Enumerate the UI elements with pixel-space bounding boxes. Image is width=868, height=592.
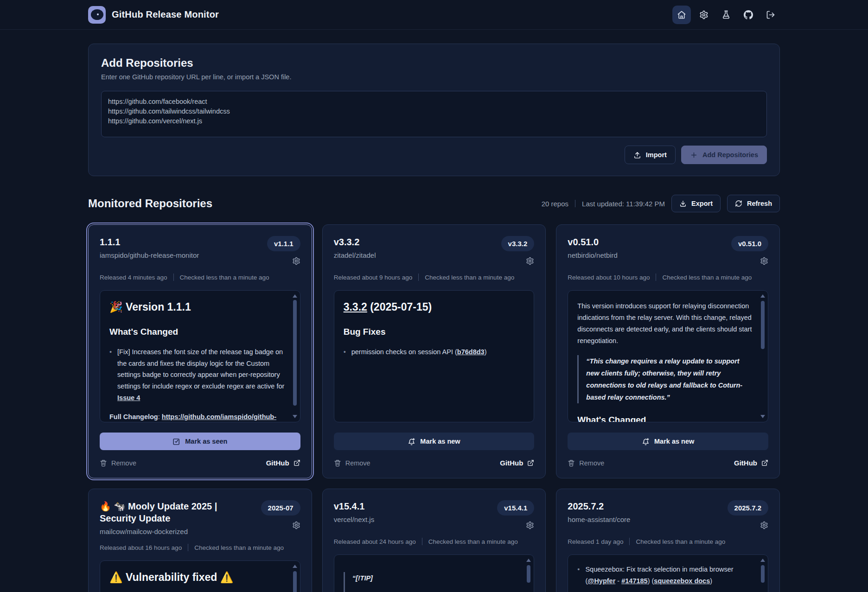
- nav-home-button[interactable]: [672, 6, 691, 24]
- github-link-label: GitHub: [500, 459, 523, 467]
- remove-label: Remove: [111, 459, 136, 467]
- scroll-up-icon[interactable]: [526, 559, 531, 562]
- bell-plus-icon: [642, 438, 650, 446]
- mark-button[interactable]: Mark as new: [568, 433, 768, 450]
- gear-icon: [526, 521, 534, 529]
- export-label: Export: [691, 200, 713, 207]
- remove-button[interactable]: Remove: [568, 459, 604, 467]
- repo-settings-button[interactable]: [760, 257, 768, 265]
- mark-button-label: Mark as new: [420, 438, 460, 445]
- repo-settings-button[interactable]: [526, 521, 534, 529]
- repo-settings-button[interactable]: [526, 257, 534, 265]
- divider: [575, 200, 575, 207]
- remove-label: Remove: [579, 459, 604, 467]
- release-title: 2025.7.2: [568, 500, 630, 512]
- refresh-icon: [735, 200, 742, 207]
- scroll-down-icon[interactable]: [293, 415, 297, 418]
- nav-icon-bar: [672, 6, 780, 24]
- github-link[interactable]: GitHub: [734, 459, 768, 467]
- github-link[interactable]: GitHub: [266, 459, 300, 467]
- add-repositories-title: Add Repositories: [101, 57, 767, 70]
- released-time: Released 1 day ago: [568, 538, 623, 545]
- github-link[interactable]: GitHub: [500, 459, 534, 467]
- repo-count: 20 repos: [542, 200, 568, 208]
- version-badge: 2025.7.2: [728, 500, 768, 516]
- notes-scrollbar[interactable]: [526, 559, 531, 592]
- inline-link[interactable]: https://github.com/iamspido/github-: [162, 413, 276, 420]
- github-icon: [744, 10, 753, 19]
- gear-icon: [760, 521, 768, 529]
- released-time: Released 4 minutes ago: [100, 274, 167, 281]
- release-title: v15.4.1: [334, 500, 375, 512]
- notes-block: This version introduces support for rela…: [577, 300, 754, 347]
- check-square-icon: [172, 438, 180, 446]
- import-button[interactable]: Import: [625, 146, 676, 164]
- mark-button[interactable]: Mark as new: [334, 433, 535, 450]
- repo-settings-button[interactable]: [292, 521, 300, 529]
- scroll-up-icon[interactable]: [293, 294, 297, 298]
- gear-icon: [699, 10, 708, 19]
- nav-settings-button[interactable]: [695, 6, 713, 24]
- scrollbar-thumb[interactable]: [293, 300, 297, 406]
- nav-logout-button[interactable]: [761, 6, 780, 24]
- logout-icon: [766, 10, 775, 19]
- inline-link[interactable]: 3.3.2: [344, 301, 367, 313]
- notes-scrollbar[interactable]: [292, 565, 298, 592]
- repo-name: vercel/next.js: [334, 516, 375, 523]
- mark-button[interactable]: Mark as seen: [100, 433, 300, 450]
- repository-urls-input[interactable]: https://github.com/facebook/react https:…: [101, 91, 767, 137]
- release-notes[interactable]: “[!TIP]Check out our Next v15.4 Blog Pos…: [334, 554, 535, 592]
- external-link-icon: [294, 459, 300, 466]
- plus-icon: [690, 151, 698, 159]
- notes-scrollbar[interactable]: [760, 559, 766, 592]
- nav-github-button[interactable]: [739, 6, 758, 24]
- scroll-down-icon[interactable]: [760, 415, 765, 418]
- divider: [418, 274, 419, 281]
- add-repositories-button[interactable]: Add Repositories: [681, 146, 767, 164]
- checked-time: Checked less than a minute ago: [180, 274, 269, 281]
- inline-link[interactable]: squeezebox docs: [654, 577, 710, 585]
- repo-settings-button[interactable]: [760, 521, 768, 529]
- inline-link[interactable]: #147185: [621, 577, 647, 585]
- release-notes-content: “[!TIP]Check out our Next v15.4 Blog Pos…: [344, 572, 520, 592]
- release-notes[interactable]: This version introduces support for rela…: [568, 290, 768, 422]
- notes-scrollbar[interactable]: [292, 294, 298, 418]
- nav-test-button[interactable]: [717, 6, 735, 24]
- remove-button[interactable]: Remove: [334, 459, 370, 467]
- upload-icon: [633, 151, 641, 159]
- release-notes[interactable]: ⚠️ Vulnerability fixed ⚠️: [100, 560, 300, 592]
- scroll-up-icon[interactable]: [760, 559, 765, 562]
- scroll-up-icon[interactable]: [293, 565, 297, 568]
- refresh-button[interactable]: Refresh: [727, 195, 780, 212]
- release-notes-content: ⚠️ Vulnerability fixed ⚠️: [109, 571, 286, 585]
- release-notes-content: 3.3.2 (2025-07-15)Bug Fixes•permission c…: [344, 300, 520, 358]
- scrollbar-thumb[interactable]: [761, 301, 765, 349]
- notes-block: 3.3.2 (2025-07-15): [344, 300, 520, 314]
- notes-scrollbar[interactable]: [760, 294, 766, 418]
- scrollbar-thumb[interactable]: [527, 565, 530, 583]
- notes-block: •Squeezebox: Fix track selection in medi…: [577, 564, 754, 587]
- release-notes-content: This version introduces support for rela…: [577, 300, 754, 422]
- released-time: Released about 16 hours ago: [100, 544, 182, 551]
- divider: [422, 538, 422, 545]
- trash-icon: [100, 459, 107, 467]
- remove-button[interactable]: Remove: [100, 459, 136, 467]
- repo-card: v3.3.2 zitadel/zitadel v3.3.2 Released a…: [322, 224, 546, 478]
- inline-link[interactable]: @Hypfer: [587, 577, 615, 585]
- gear-icon: [292, 257, 300, 265]
- repo-name: mailcow/mailcow-dockerized: [100, 528, 255, 535]
- release-notes[interactable]: •Squeezebox: Fix track selection in medi…: [568, 554, 768, 592]
- export-button[interactable]: Export: [671, 195, 721, 212]
- notes-block: Full Changelog: https://github.com/iamsp…: [109, 411, 286, 422]
- checked-time: Checked less than a minute ago: [194, 544, 284, 551]
- inline-link[interactable]: b76d8d3: [457, 348, 485, 356]
- notes-block: •permission checks on session API (b76d8…: [344, 346, 520, 358]
- scroll-up-icon[interactable]: [760, 294, 765, 298]
- scrollbar-thumb[interactable]: [761, 565, 765, 583]
- scrollbar-thumb[interactable]: [293, 571, 297, 592]
- release-notes[interactable]: 3.3.2 (2025-07-15)Bug Fixes•permission c…: [334, 290, 535, 422]
- inline-link[interactable]: Issue 4: [117, 394, 140, 401]
- repo-settings-button[interactable]: [292, 257, 300, 265]
- add-repositories-label: Add Repositories: [702, 151, 758, 159]
- release-notes[interactable]: 🎉 Version 1.1.1What's Changed•[Fix] Incr…: [100, 290, 300, 422]
